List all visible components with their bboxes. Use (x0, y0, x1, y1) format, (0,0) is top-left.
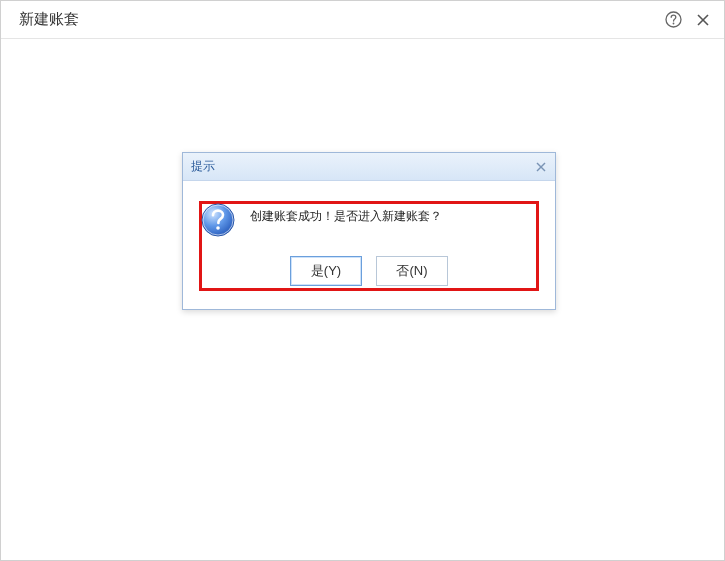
svg-point-1 (672, 23, 674, 25)
dialog-buttons: 是(Y) 否(N) (202, 256, 536, 288)
dialog-body: 创建账套成功！是否进入新建账套？ 是(Y) 否(N) (183, 181, 555, 309)
help-icon[interactable] (664, 11, 682, 29)
svg-point-8 (216, 226, 220, 230)
dialog-close-icon[interactable] (532, 158, 550, 176)
main-window: 新建账套 提示 (0, 0, 725, 561)
window-actions (664, 11, 712, 29)
dialog-title-bar: 提示 (183, 153, 555, 181)
dialog-title: 提示 (191, 158, 215, 175)
window-title: 新建账套 (19, 10, 79, 29)
highlight-box: 创建账套成功！是否进入新建账套？ 是(Y) 否(N) (199, 201, 539, 291)
content-area: 提示 (1, 39, 724, 560)
no-button[interactable]: 否(N) (376, 256, 448, 286)
confirm-dialog: 提示 (182, 152, 556, 310)
dialog-content: 创建账套成功！是否进入新建账套？ (202, 204, 536, 256)
close-icon[interactable] (694, 11, 712, 29)
question-icon (200, 202, 236, 238)
yes-button[interactable]: 是(Y) (290, 256, 362, 286)
dialog-message: 创建账套成功！是否进入新建账套？ (250, 204, 442, 225)
window-title-bar: 新建账套 (1, 1, 724, 39)
